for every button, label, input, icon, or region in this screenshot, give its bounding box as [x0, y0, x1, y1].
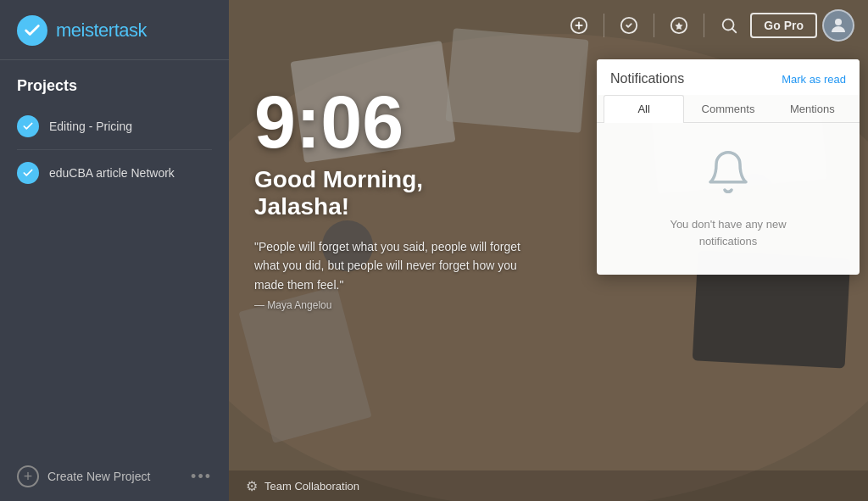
bottom-bar: ⚙ Team Collaboration	[229, 470, 868, 501]
create-project-plus-icon: +	[17, 465, 39, 487]
sidebar-footer: + Create New Project •••	[0, 452, 229, 501]
tab-mentions[interactable]: Mentions	[772, 95, 853, 122]
no-notifications-text: You don't have any new notifications	[670, 216, 786, 249]
gear-icon: ⚙	[246, 478, 258, 494]
greeting-text: Good Morning, Jalasha!	[254, 166, 571, 220]
tab-all[interactable]: All	[604, 95, 684, 123]
add-task-button[interactable]	[563, 9, 595, 42]
quote-text: "People will forget what you said, peopl…	[254, 237, 526, 314]
notifications-tabs: All Comments Mentions	[597, 95, 860, 123]
main-area: Go Pro 9:06 Good Morning, Jalasha! "Peop…	[229, 0, 868, 501]
team-collaboration-link[interactable]: ⚙ Team Collaboration	[246, 478, 359, 494]
create-project-button[interactable]: + Create New Project	[17, 465, 150, 487]
header-divider-1	[604, 14, 604, 37]
notifications-header: Notifications Mark as read	[597, 59, 860, 95]
tab-comments[interactable]: Comments	[687, 95, 768, 122]
project-item-editing-pricing[interactable]: Editing - Pricing	[0, 107, 229, 146]
project-separator	[17, 149, 212, 150]
svg-line-16	[732, 29, 736, 32]
project-check-icon	[17, 115, 39, 137]
starred-button[interactable]	[663, 9, 695, 42]
svg-marker-14	[676, 22, 683, 30]
user-avatar[interactable]	[822, 9, 854, 42]
header-divider-3	[704, 14, 704, 37]
header-divider-2	[654, 14, 654, 37]
search-button[interactable]	[713, 9, 745, 42]
logo-area: meistertask	[0, 0, 229, 59]
hero-section: 9:06 Good Morning, Jalasha! "People will…	[229, 51, 597, 339]
header-bar: Go Pro	[229, 0, 868, 51]
quote-author: — Maya Angelou	[254, 298, 526, 314]
team-collaboration-label: Team Collaboration	[264, 480, 359, 493]
mark-as-read-button[interactable]: Mark as read	[782, 73, 846, 86]
bell-icon	[704, 148, 752, 203]
project-check-icon-2	[17, 162, 39, 184]
time-display: 9:06	[254, 85, 571, 159]
go-pro-button[interactable]: Go Pro	[750, 13, 817, 38]
notifications-title: Notifications	[610, 71, 684, 86]
main-content: 9:06 Good Morning, Jalasha! "People will…	[229, 51, 868, 501]
checkmark-button[interactable]	[613, 9, 645, 42]
project-name-editing: Editing - Pricing	[49, 120, 132, 133]
notifications-body: You don't have any new notifications	[597, 123, 860, 275]
svg-point-17	[835, 19, 842, 25]
create-project-label: Create New Project	[47, 470, 150, 483]
project-item-educba[interactable]: eduCBA article Network	[0, 153, 229, 192]
project-name-educba: eduCBA article Network	[49, 166, 175, 180]
projects-heading: Projects	[0, 60, 229, 107]
more-options-button[interactable]: •••	[191, 468, 212, 486]
sidebar: meistertask Projects Editing - Pricing e…	[0, 0, 229, 501]
logo-icon	[17, 15, 47, 46]
logo-text: meistertask	[56, 19, 147, 42]
notifications-panel: Notifications Mark as read All Comments …	[597, 59, 860, 275]
